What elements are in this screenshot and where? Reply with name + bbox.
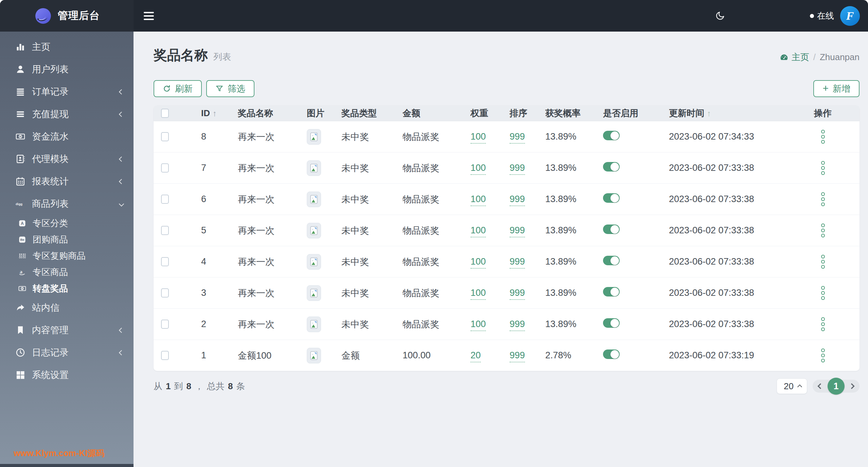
- sidebar-item-orders[interactable]: 订单记录: [0, 80, 134, 103]
- cell-prize-name: 再来一次: [227, 318, 297, 330]
- sidebar-item-users[interactable]: 用户列表: [0, 58, 134, 80]
- cell-updated-time: 2023-06-02 07:33:38: [660, 256, 786, 267]
- row-checkbox[interactable]: [161, 163, 169, 173]
- sidebar-item-zone-goods[interactable]: a专区商品: [0, 264, 134, 280]
- row-actions-kebab-icon[interactable]: [819, 190, 827, 208]
- column-header-id[interactable]: ID↑: [176, 108, 227, 119]
- weight-editable-link[interactable]: 100: [471, 256, 486, 269]
- refresh-button[interactable]: 刷新: [154, 80, 202, 97]
- prize-image-thumbnail[interactable]: [307, 129, 321, 145]
- row-actions-kebab-icon[interactable]: [819, 346, 827, 364]
- sidebar-item-report-stats[interactable]: 报表统计: [0, 170, 134, 193]
- prize-image-thumbnail[interactable]: [307, 192, 321, 207]
- row-checkbox[interactable]: [161, 351, 169, 360]
- row-actions-kebab-icon[interactable]: [819, 128, 827, 146]
- column-header-updated[interactable]: 更新时间↑: [660, 107, 786, 119]
- select-all-checkbox[interactable]: [161, 109, 169, 118]
- enabled-toggle[interactable]: [603, 193, 620, 203]
- row-actions-kebab-icon[interactable]: [819, 159, 827, 177]
- breadcrumb: 主页 / Zhuanpan: [780, 51, 860, 63]
- enabled-toggle[interactable]: [603, 287, 620, 297]
- row-checkbox[interactable]: [161, 226, 169, 235]
- column-header-probability[interactable]: 获奖概率: [539, 107, 597, 119]
- row-checkbox[interactable]: [161, 132, 169, 141]
- row-actions-kebab-icon[interactable]: [819, 315, 827, 333]
- current-page-button[interactable]: 1: [828, 378, 845, 395]
- sidebar-item-recharge-withdraw[interactable]: 充值提现: [0, 103, 134, 125]
- prev-page-button[interactable]: [818, 383, 823, 389]
- page-size-select[interactable]: 20: [777, 378, 807, 394]
- enabled-toggle[interactable]: [603, 349, 620, 359]
- sidebar-item-agent-module[interactable]: 代理模块: [0, 148, 134, 170]
- cell-updated-time: 2023-06-02 07:33:38: [660, 225, 786, 236]
- weight-editable-link[interactable]: 20: [471, 350, 481, 362]
- sort-editable-link[interactable]: 999: [510, 225, 525, 237]
- sidebar-item-system-settings[interactable]: 系统设置: [0, 364, 134, 386]
- prize-image-thumbnail[interactable]: [307, 317, 321, 332]
- weight-editable-link[interactable]: 100: [471, 131, 486, 144]
- sidebar-item-label: 专区分类: [33, 217, 123, 229]
- sort-editable-link[interactable]: 999: [510, 256, 525, 269]
- enabled-toggle[interactable]: [603, 131, 620, 140]
- cell-id: 4: [176, 256, 227, 267]
- weight-editable-link[interactable]: 100: [471, 194, 486, 206]
- add-button[interactable]: + 新增: [813, 80, 860, 97]
- row-actions-kebab-icon[interactable]: [819, 284, 827, 302]
- user-avatar[interactable]: F: [840, 6, 860, 26]
- sidebar-item-funds-flow[interactable]: 1资金流水: [0, 125, 134, 148]
- weight-editable-link[interactable]: 100: [471, 319, 486, 331]
- sort-editable-link[interactable]: 999: [510, 163, 525, 175]
- sort-editable-link[interactable]: 999: [510, 350, 525, 362]
- prize-image-thumbnail[interactable]: [307, 285, 321, 301]
- row-actions-kebab-icon[interactable]: [819, 221, 827, 239]
- cell-updated-time: 2023-06-02 07:33:38: [660, 194, 786, 204]
- column-header-prize-name[interactable]: 奖品名称: [227, 107, 297, 119]
- dark-mode-toggle[interactable]: [715, 11, 725, 21]
- enabled-toggle[interactable]: [603, 162, 620, 172]
- sort-editable-link[interactable]: 999: [510, 194, 525, 206]
- page-title: 奖品名称: [154, 46, 208, 65]
- column-header-sort[interactable]: 排序: [502, 107, 539, 119]
- sidebar-item-group-goods[interactable]: Be团购商品: [0, 231, 134, 248]
- column-header-image: 图片: [297, 107, 336, 119]
- sidebar-item-site-message[interactable]: 站内信: [0, 297, 134, 319]
- sort-editable-link[interactable]: 999: [510, 319, 525, 331]
- row-actions-kebab-icon[interactable]: [819, 253, 827, 271]
- cell-probability: 2.78%: [539, 350, 597, 361]
- prize-image-thumbnail[interactable]: [307, 160, 321, 176]
- column-header-enabled[interactable]: 是否启用: [597, 107, 660, 119]
- row-checkbox[interactable]: [161, 288, 169, 298]
- column-header-amount[interactable]: 金额: [396, 107, 464, 119]
- sort-editable-link[interactable]: 999: [510, 131, 525, 144]
- sidebar-item-log-records[interactable]: 日志记录: [0, 341, 134, 364]
- enabled-toggle[interactable]: [603, 318, 620, 328]
- row-checkbox[interactable]: [161, 320, 169, 329]
- row-checkbox[interactable]: [161, 257, 169, 266]
- sidebar-item-zone-category[interactable]: A专区分类: [0, 215, 134, 231]
- breadcrumb-home-link[interactable]: 主页: [780, 51, 809, 63]
- next-page-button[interactable]: [849, 383, 855, 389]
- sidebar-item-label: 商品列表: [32, 198, 120, 210]
- sidebar-item-label: 内容管理: [32, 324, 120, 336]
- column-header-weight[interactable]: 权重: [464, 107, 502, 119]
- cell-prize-type: 未中奖: [336, 193, 396, 205]
- sidebar-toggle-button[interactable]: [144, 12, 154, 20]
- column-header-prize-type[interactable]: 奖品类型: [336, 107, 396, 119]
- weight-editable-link[interactable]: 100: [471, 288, 486, 300]
- prize-image-thumbnail[interactable]: [307, 223, 321, 238]
- sidebar-item-zone-rebuy-goods[interactable]: 专区复购商品: [0, 248, 134, 264]
- sidebar-item-wheel-prizes[interactable]: 1转盘奖品: [0, 280, 134, 297]
- sort-editable-link[interactable]: 999: [510, 288, 525, 300]
- enabled-toggle[interactable]: [603, 224, 620, 234]
- sidebar-item-home[interactable]: 主页: [0, 36, 134, 58]
- enabled-toggle[interactable]: [603, 256, 620, 265]
- filter-button[interactable]: 筛选: [206, 80, 254, 97]
- prize-image-thumbnail[interactable]: [307, 348, 321, 363]
- sidebar-item-goods-list[interactable]: digg商品列表: [0, 193, 134, 215]
- weight-editable-link[interactable]: 100: [471, 225, 486, 237]
- prize-image-thumbnail[interactable]: [307, 254, 321, 270]
- table-footer: 从1 到8 ， 总共8 条 20 1: [154, 378, 860, 394]
- sidebar-item-content-manage[interactable]: 内容管理: [0, 319, 134, 341]
- row-checkbox[interactable]: [161, 195, 169, 204]
- weight-editable-link[interactable]: 100: [471, 163, 486, 175]
